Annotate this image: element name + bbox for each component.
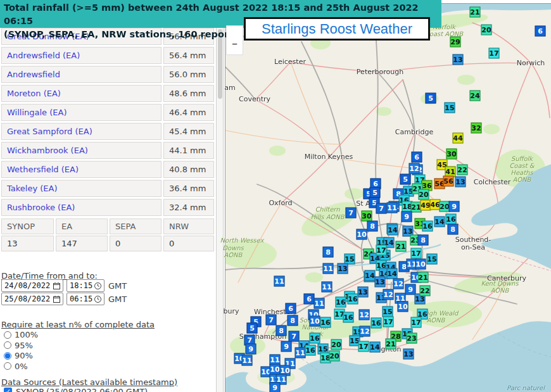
- rain-marker[interactable]: 30: [362, 211, 372, 222]
- rain-marker[interactable]: 9: [449, 201, 460, 212]
- rain-marker[interactable]: 20: [419, 189, 429, 200]
- rain-marker[interactable]: 12: [360, 326, 370, 337]
- rain-marker[interactable]: 30: [446, 149, 457, 160]
- rain-marker[interactable]: 56: [443, 176, 454, 187]
- rain-marker[interactable]: 11: [274, 276, 285, 287]
- rain-marker[interactable]: 9: [270, 383, 281, 392]
- rain-marker[interactable]: 5: [400, 174, 411, 185]
- completeness-option-100pct[interactable]: 100%: [4, 330, 38, 339]
- radio-unselected[interactable]: [4, 362, 11, 370]
- rain-marker[interactable]: 7: [289, 331, 300, 342]
- rain-marker[interactable]: 13: [375, 277, 386, 288]
- calendar-icon[interactable]: [53, 282, 60, 289]
- rain-marker[interactable]: 17: [411, 248, 422, 259]
- rain-marker[interactable]: 16: [336, 297, 346, 308]
- rain-marker[interactable]: 13: [338, 263, 348, 274]
- rain-marker[interactable]: 8: [323, 247, 334, 258]
- rain-marker[interactable]: 24: [470, 91, 481, 101]
- completeness-option-0pct[interactable]: 0%: [4, 362, 28, 371]
- from-date-input[interactable]: 24/08/2022: [1, 279, 63, 292]
- rain-marker[interactable]: 16: [371, 318, 382, 329]
- to-time-input[interactable]: 06:15: [66, 293, 104, 305]
- rain-marker[interactable]: 16: [305, 345, 316, 356]
- data-source-item[interactable]: ✓SYNOP (25/08/2022 06:00 GMT): [4, 387, 148, 392]
- rain-marker[interactable]: 6: [535, 26, 546, 37]
- radio-selected[interactable]: [4, 352, 11, 360]
- rain-marker[interactable]: 9: [246, 344, 256, 355]
- station-link[interactable]: Great Sampford (EA): [1, 123, 162, 140]
- rain-marker[interactable]: 8: [276, 326, 287, 336]
- rain-marker[interactable]: 14: [365, 270, 376, 281]
- rain-marker[interactable]: 10: [357, 229, 367, 240]
- rain-marker[interactable]: 44: [453, 133, 464, 144]
- rain-marker[interactable]: 6: [304, 294, 315, 305]
- station-link[interactable]: Moreton (EA): [1, 85, 162, 102]
- from-time-input[interactable]: 18:15: [66, 279, 104, 292]
- rain-marker[interactable]: 12: [393, 279, 404, 289]
- rain-marker[interactable]: 6: [286, 303, 296, 314]
- data-sources-section-label[interactable]: Data Sources (Latest available timestamp…: [1, 377, 177, 387]
- radio-unselected[interactable]: [4, 341, 11, 349]
- rain-marker[interactable]: 12: [359, 310, 370, 320]
- rain-marker[interactable]: 32: [471, 123, 482, 134]
- rain-marker[interactable]: 5: [370, 187, 381, 198]
- station-link[interactable]: Wethersfield (EA): [1, 161, 162, 178]
- rain-marker[interactable]: 9: [281, 341, 292, 352]
- rain-marker[interactable]: 21: [396, 241, 407, 252]
- rain-marker[interactable]: 13: [358, 287, 369, 298]
- rain-marker[interactable]: 5: [247, 323, 258, 334]
- rain-marker[interactable]: 10: [398, 301, 408, 312]
- rain-marker[interactable]: 8: [448, 224, 459, 235]
- rain-marker[interactable]: 13: [453, 54, 464, 65]
- rain-marker[interactable]: 10: [415, 259, 426, 270]
- checkbox-checked[interactable]: ✓: [4, 388, 12, 392]
- rain-marker[interactable]: 10: [310, 316, 320, 327]
- rain-marker[interactable]: 17: [358, 341, 369, 352]
- map-zoom-out-button[interactable]: –: [226, 25, 243, 55]
- rain-marker[interactable]: 29: [450, 37, 461, 47]
- calendar-icon[interactable]: [53, 296, 60, 303]
- rain-marker[interactable]: 16: [422, 221, 433, 232]
- rain-marker[interactable]: 15: [445, 103, 455, 113]
- rain-marker[interactable]: 9: [402, 212, 412, 222]
- clock-icon[interactable]: [94, 282, 101, 289]
- rain-marker[interactable]: 8: [367, 221, 378, 232]
- station-link[interactable]: Willingale (EA): [1, 104, 162, 121]
- rain-marker[interactable]: 21: [418, 272, 429, 283]
- rain-marker[interactable]: 20: [331, 339, 342, 350]
- rain-marker[interactable]: 11: [322, 282, 332, 293]
- station-link[interactable]: Andrewsfield (EA): [1, 47, 162, 64]
- rain-marker[interactable]: 20: [481, 25, 492, 35]
- rain-marker[interactable]: 22: [420, 286, 431, 296]
- station-link[interactable]: Takeley (EA): [1, 180, 162, 197]
- rain-marker[interactable]: 20: [329, 351, 340, 362]
- rain-marker[interactable]: 21: [386, 339, 396, 350]
- rain-marker[interactable]: 12: [383, 289, 394, 300]
- rain-marker[interactable]: 11: [323, 263, 334, 274]
- site-title[interactable]: Starlings Roost Weather: [244, 17, 430, 41]
- radio-unselected[interactable]: [4, 331, 11, 339]
- clock-icon[interactable]: [94, 296, 101, 303]
- rain-marker[interactable]: 17: [376, 245, 387, 256]
- completeness-section-label[interactable]: Require at least n% of complete data: [1, 320, 155, 329]
- rain-marker[interactable]: 10: [270, 364, 281, 375]
- station-link[interactable]: Andrewsfield: [1, 66, 162, 83]
- rain-marker[interactable]: 17: [383, 317, 394, 327]
- rain-marker[interactable]: 14: [370, 342, 381, 353]
- rain-marker[interactable]: 21: [470, 7, 481, 18]
- panel-scrollbar[interactable]: [216, 28, 224, 392]
- rain-marker[interactable]: 17: [489, 48, 500, 59]
- rain-marker[interactable]: 7: [346, 208, 357, 218]
- rain-marker[interactable]: 15: [383, 307, 393, 317]
- rain-marker[interactable]: 14: [387, 269, 398, 279]
- rain-marker[interactable]: 11: [242, 355, 253, 366]
- rain-marker[interactable]: 6: [412, 152, 422, 163]
- rain-marker[interactable]: 16: [310, 333, 320, 344]
- rain-marker[interactable]: 7: [266, 315, 277, 326]
- station-link[interactable]: Rushbrooke (EA): [1, 199, 162, 216]
- rain-marker[interactable]: 12: [409, 163, 420, 174]
- rain-marker[interactable]: 16: [348, 294, 358, 305]
- rain-marker[interactable]: 14: [434, 217, 445, 227]
- rain-marker[interactable]: 11: [314, 298, 325, 309]
- rain-marker[interactable]: 13: [403, 349, 414, 360]
